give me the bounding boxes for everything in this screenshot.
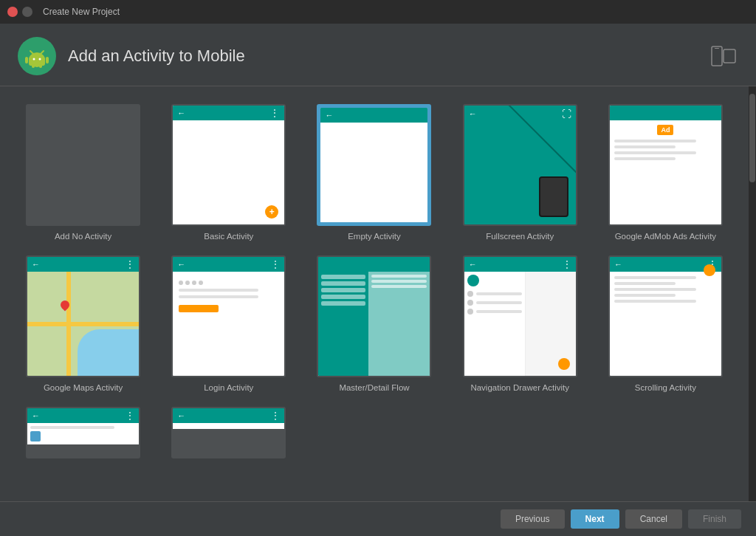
partial-line: [30, 426, 114, 429]
title-bar-controls: [7, 7, 32, 17]
sc-fab-icon: [704, 264, 715, 276]
scrollbar-track[interactable]: [749, 86, 756, 501]
navdrawer-activity-card[interactable]: ← ⋮: [452, 252, 588, 395]
add-no-activity-card[interactable]: Add No Activity: [15, 101, 151, 244]
fullscreen-topbar: ← ⛶: [464, 106, 576, 122]
empty-activity-card[interactable]: ← Empty Activity: [306, 101, 442, 244]
fullscreen-activity-label: Fullscreen Activity: [486, 232, 554, 241]
nd-body: [464, 272, 576, 376]
ad-badge: Ad: [657, 125, 673, 135]
basic-phone-mock: ← ⋮ +: [173, 106, 284, 224]
nd-avatar: [467, 275, 479, 286]
admob-activity-card[interactable]: Ad Google AdMob Ads Activity: [597, 101, 734, 244]
partial-card-1[interactable]: ← ⋮: [15, 404, 151, 461]
expand-icon: ⛶: [562, 109, 571, 120]
login-activity-card[interactable]: ← ⋮: [160, 252, 297, 395]
svg-rect-8: [32, 64, 35, 68]
page-title: Add an Activity to Mobile: [68, 47, 245, 66]
admob-mock: Ad: [610, 106, 721, 224]
content-line-3: [614, 151, 696, 154]
partial-topbar-2: ← ⋮: [173, 408, 284, 423]
content-line-1: [614, 140, 696, 142]
back-arrow-icon: ←: [32, 411, 40, 420]
sc-line-5: [614, 300, 696, 303]
maps-activity-card[interactable]: ← ⋮ Google Maps Activity: [15, 252, 151, 395]
map-marker-icon: [61, 300, 69, 312]
scrolling-activity-card[interactable]: ← ⋮ Scrolling Activity: [597, 252, 734, 395]
back-arrow-icon: ←: [177, 411, 185, 420]
add-no-activity-preview: [26, 104, 140, 226]
svg-rect-1: [29, 57, 45, 66]
sc-line-1: [614, 276, 696, 279]
scrolling-activity-preview: ← ⋮: [608, 255, 723, 377]
login-password-dots: [179, 281, 203, 285]
maps-mock: ← ⋮: [27, 257, 139, 376]
title-bar: Create New Project: [0, 0, 756, 24]
menu-dots-icon: ⋮: [271, 410, 280, 421]
svg-rect-12: [724, 49, 735, 63]
minimize-button[interactable]: [22, 7, 32, 17]
partial-card-2[interactable]: ← ⋮: [160, 404, 297, 461]
nd-item-3: [467, 309, 522, 315]
nd-drawer-panel: [464, 272, 526, 376]
add-no-activity-label: Add No Activity: [55, 232, 111, 241]
partial-preview-2: ← ⋮: [171, 407, 286, 458]
finish-button[interactable]: Finish: [688, 509, 741, 529]
map-road-horizontal: [27, 322, 139, 326]
basic-activity-label: Basic Activity: [204, 232, 253, 241]
fullscreen-activity-card[interactable]: ← ⛶ Fullscreen Activity: [452, 101, 588, 244]
cancel-button[interactable]: Cancel: [625, 509, 682, 529]
svg-rect-9: [39, 64, 42, 68]
masterdetail-activity-label: Master/Detail Flow: [339, 383, 409, 392]
partial-topbar-1: ← ⋮: [27, 408, 139, 423]
nd-fab-icon: [558, 358, 570, 370]
scrollbar-thumb[interactable]: [749, 94, 755, 182]
sc-body: [610, 272, 721, 376]
close-button[interactable]: [7, 7, 18, 17]
login-mock: ← ⋮: [173, 257, 284, 376]
navdrawer-activity-label: Navigation Drawer Activity: [470, 383, 569, 392]
maps-topbar: ← ⋮: [27, 257, 139, 272]
login-activity-label: Login Activity: [204, 383, 253, 392]
login-topbar: ← ⋮: [173, 257, 284, 272]
basic-activity-card[interactable]: ← ⋮ + Basic Activity: [160, 101, 297, 244]
next-button[interactable]: Next: [571, 509, 619, 529]
scrolling-activity-label: Scrolling Activity: [635, 383, 696, 392]
admob-activity-preview: Ad: [608, 104, 723, 226]
svg-point-2: [33, 58, 35, 61]
previous-button[interactable]: Previous: [501, 509, 565, 529]
navdrawer-mock: ← ⋮: [464, 257, 576, 376]
back-arrow-icon: ←: [469, 109, 477, 118]
svg-point-3: [39, 58, 41, 61]
masterdetail-activity-card[interactable]: Master/Detail Flow: [306, 252, 442, 395]
back-arrow-icon: ←: [469, 260, 477, 269]
maps-activity-label: Google Maps Activity: [44, 383, 123, 392]
back-arrow-icon: ←: [325, 111, 333, 120]
phone-icon: [709, 44, 738, 69]
login-body: [173, 272, 284, 376]
admob-topbar: [610, 106, 721, 120]
nd-dots-icon: ⋮: [563, 259, 571, 269]
partial-icon: [30, 431, 41, 441]
maps-activity-preview: ← ⋮: [26, 255, 140, 377]
footer: Previous Next Cancel Finish: [0, 501, 756, 536]
md-master-panel: [318, 272, 368, 376]
admob-activity-label: Google AdMob Ads Activity: [615, 232, 716, 241]
empty-phone-mock: ←: [320, 108, 427, 222]
svg-line-4: [30, 51, 33, 54]
login-dots-icon: ⋮: [271, 259, 280, 269]
scrolling-mock: ← ⋮: [610, 257, 721, 376]
android-logo: [18, 37, 56, 75]
sc-line-2: [614, 282, 676, 285]
md-body: [318, 272, 430, 376]
fullscreen-activity-preview: ← ⛶: [463, 104, 577, 226]
back-arrow-icon: ←: [177, 260, 185, 269]
window-title: Create New Project: [43, 7, 120, 17]
header: Add an Activity to Mobile: [0, 24, 756, 86]
content-line-2: [614, 145, 676, 148]
activity-grid-area: Add No Activity ← ⋮ + Basic Activity: [0, 86, 749, 501]
login-field-2: [179, 295, 258, 298]
empty-activity-preview: ←: [317, 104, 431, 226]
menu-dots-icon: ⋮: [270, 108, 280, 118]
admob-body: Ad: [610, 120, 721, 224]
